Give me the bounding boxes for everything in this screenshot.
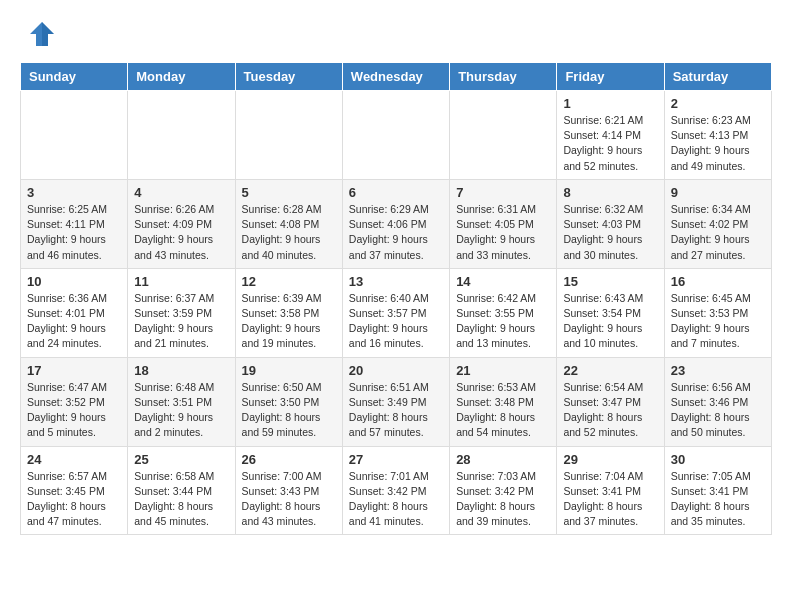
day-number: 24	[27, 452, 121, 467]
calendar-week-row: 24Sunrise: 6:57 AM Sunset: 3:45 PM Dayli…	[21, 446, 772, 535]
day-number: 12	[242, 274, 336, 289]
day-info: Sunrise: 6:23 AM Sunset: 4:13 PM Dayligh…	[671, 113, 765, 174]
day-number: 3	[27, 185, 121, 200]
calendar-cell: 11Sunrise: 6:37 AM Sunset: 3:59 PM Dayli…	[128, 268, 235, 357]
day-info: Sunrise: 6:54 AM Sunset: 3:47 PM Dayligh…	[563, 380, 657, 441]
calendar-cell: 27Sunrise: 7:01 AM Sunset: 3:42 PM Dayli…	[342, 446, 449, 535]
day-number: 26	[242, 452, 336, 467]
day-number: 19	[242, 363, 336, 378]
day-info: Sunrise: 6:34 AM Sunset: 4:02 PM Dayligh…	[671, 202, 765, 263]
calendar-cell	[128, 91, 235, 180]
day-number: 25	[134, 452, 228, 467]
calendar-cell: 26Sunrise: 7:00 AM Sunset: 3:43 PM Dayli…	[235, 446, 342, 535]
day-number: 5	[242, 185, 336, 200]
day-info: Sunrise: 7:01 AM Sunset: 3:42 PM Dayligh…	[349, 469, 443, 530]
weekday-header: Monday	[128, 63, 235, 91]
calendar-cell: 15Sunrise: 6:43 AM Sunset: 3:54 PM Dayli…	[557, 268, 664, 357]
day-number: 10	[27, 274, 121, 289]
weekday-header: Friday	[557, 63, 664, 91]
day-info: Sunrise: 6:40 AM Sunset: 3:57 PM Dayligh…	[349, 291, 443, 352]
day-number: 30	[671, 452, 765, 467]
weekday-header: Tuesday	[235, 63, 342, 91]
weekday-header: Thursday	[450, 63, 557, 91]
day-info: Sunrise: 6:39 AM Sunset: 3:58 PM Dayligh…	[242, 291, 336, 352]
calendar-cell	[342, 91, 449, 180]
day-info: Sunrise: 6:28 AM Sunset: 4:08 PM Dayligh…	[242, 202, 336, 263]
day-info: Sunrise: 6:21 AM Sunset: 4:14 PM Dayligh…	[563, 113, 657, 174]
calendar-header-row: SundayMondayTuesdayWednesdayThursdayFrid…	[21, 63, 772, 91]
day-info: Sunrise: 7:00 AM Sunset: 3:43 PM Dayligh…	[242, 469, 336, 530]
day-number: 22	[563, 363, 657, 378]
calendar-cell: 14Sunrise: 6:42 AM Sunset: 3:55 PM Dayli…	[450, 268, 557, 357]
logo-icon	[28, 20, 56, 52]
day-number: 18	[134, 363, 228, 378]
day-info: Sunrise: 7:04 AM Sunset: 3:41 PM Dayligh…	[563, 469, 657, 530]
calendar-cell: 2Sunrise: 6:23 AM Sunset: 4:13 PM Daylig…	[664, 91, 771, 180]
day-info: Sunrise: 6:47 AM Sunset: 3:52 PM Dayligh…	[27, 380, 121, 441]
day-info: Sunrise: 6:51 AM Sunset: 3:49 PM Dayligh…	[349, 380, 443, 441]
day-number: 16	[671, 274, 765, 289]
day-info: Sunrise: 6:31 AM Sunset: 4:05 PM Dayligh…	[456, 202, 550, 263]
day-number: 21	[456, 363, 550, 378]
day-info: Sunrise: 6:56 AM Sunset: 3:46 PM Dayligh…	[671, 380, 765, 441]
day-number: 9	[671, 185, 765, 200]
calendar-cell: 7Sunrise: 6:31 AM Sunset: 4:05 PM Daylig…	[450, 179, 557, 268]
calendar-cell: 9Sunrise: 6:34 AM Sunset: 4:02 PM Daylig…	[664, 179, 771, 268]
calendar-cell: 8Sunrise: 6:32 AM Sunset: 4:03 PM Daylig…	[557, 179, 664, 268]
weekday-header: Wednesday	[342, 63, 449, 91]
day-info: Sunrise: 6:25 AM Sunset: 4:11 PM Dayligh…	[27, 202, 121, 263]
header	[0, 0, 792, 62]
weekday-header: Sunday	[21, 63, 128, 91]
calendar-cell: 17Sunrise: 6:47 AM Sunset: 3:52 PM Dayli…	[21, 357, 128, 446]
svg-marker-1	[42, 22, 54, 46]
calendar-cell	[235, 91, 342, 180]
day-info: Sunrise: 6:45 AM Sunset: 3:53 PM Dayligh…	[671, 291, 765, 352]
day-number: 1	[563, 96, 657, 111]
day-number: 27	[349, 452, 443, 467]
calendar-cell: 21Sunrise: 6:53 AM Sunset: 3:48 PM Dayli…	[450, 357, 557, 446]
day-number: 14	[456, 274, 550, 289]
day-number: 20	[349, 363, 443, 378]
day-info: Sunrise: 6:42 AM Sunset: 3:55 PM Dayligh…	[456, 291, 550, 352]
day-info: Sunrise: 7:03 AM Sunset: 3:42 PM Dayligh…	[456, 469, 550, 530]
calendar-table: SundayMondayTuesdayWednesdayThursdayFrid…	[20, 62, 772, 535]
calendar-week-row: 1Sunrise: 6:21 AM Sunset: 4:14 PM Daylig…	[21, 91, 772, 180]
day-info: Sunrise: 6:43 AM Sunset: 3:54 PM Dayligh…	[563, 291, 657, 352]
day-info: Sunrise: 6:50 AM Sunset: 3:50 PM Dayligh…	[242, 380, 336, 441]
day-number: 8	[563, 185, 657, 200]
calendar-cell: 24Sunrise: 6:57 AM Sunset: 3:45 PM Dayli…	[21, 446, 128, 535]
logo	[24, 18, 56, 52]
day-info: Sunrise: 6:58 AM Sunset: 3:44 PM Dayligh…	[134, 469, 228, 530]
day-info: Sunrise: 6:53 AM Sunset: 3:48 PM Dayligh…	[456, 380, 550, 441]
calendar-cell: 13Sunrise: 6:40 AM Sunset: 3:57 PM Dayli…	[342, 268, 449, 357]
calendar-cell: 20Sunrise: 6:51 AM Sunset: 3:49 PM Dayli…	[342, 357, 449, 446]
day-info: Sunrise: 6:37 AM Sunset: 3:59 PM Dayligh…	[134, 291, 228, 352]
calendar-cell	[21, 91, 128, 180]
day-number: 2	[671, 96, 765, 111]
day-number: 11	[134, 274, 228, 289]
calendar-cell: 19Sunrise: 6:50 AM Sunset: 3:50 PM Dayli…	[235, 357, 342, 446]
day-info: Sunrise: 6:48 AM Sunset: 3:51 PM Dayligh…	[134, 380, 228, 441]
weekday-header: Saturday	[664, 63, 771, 91]
day-number: 13	[349, 274, 443, 289]
day-info: Sunrise: 6:26 AM Sunset: 4:09 PM Dayligh…	[134, 202, 228, 263]
calendar-cell: 10Sunrise: 6:36 AM Sunset: 4:01 PM Dayli…	[21, 268, 128, 357]
calendar-week-row: 17Sunrise: 6:47 AM Sunset: 3:52 PM Dayli…	[21, 357, 772, 446]
day-number: 7	[456, 185, 550, 200]
calendar-cell: 6Sunrise: 6:29 AM Sunset: 4:06 PM Daylig…	[342, 179, 449, 268]
day-info: Sunrise: 6:29 AM Sunset: 4:06 PM Dayligh…	[349, 202, 443, 263]
calendar-cell: 25Sunrise: 6:58 AM Sunset: 3:44 PM Dayli…	[128, 446, 235, 535]
day-number: 15	[563, 274, 657, 289]
calendar-week-row: 3Sunrise: 6:25 AM Sunset: 4:11 PM Daylig…	[21, 179, 772, 268]
day-number: 17	[27, 363, 121, 378]
calendar-cell: 16Sunrise: 6:45 AM Sunset: 3:53 PM Dayli…	[664, 268, 771, 357]
calendar-cell: 1Sunrise: 6:21 AM Sunset: 4:14 PM Daylig…	[557, 91, 664, 180]
day-number: 23	[671, 363, 765, 378]
calendar-cell: 23Sunrise: 6:56 AM Sunset: 3:46 PM Dayli…	[664, 357, 771, 446]
day-number: 29	[563, 452, 657, 467]
calendar-cell: 12Sunrise: 6:39 AM Sunset: 3:58 PM Dayli…	[235, 268, 342, 357]
day-number: 6	[349, 185, 443, 200]
day-info: Sunrise: 6:36 AM Sunset: 4:01 PM Dayligh…	[27, 291, 121, 352]
calendar-cell: 22Sunrise: 6:54 AM Sunset: 3:47 PM Dayli…	[557, 357, 664, 446]
day-info: Sunrise: 7:05 AM Sunset: 3:41 PM Dayligh…	[671, 469, 765, 530]
